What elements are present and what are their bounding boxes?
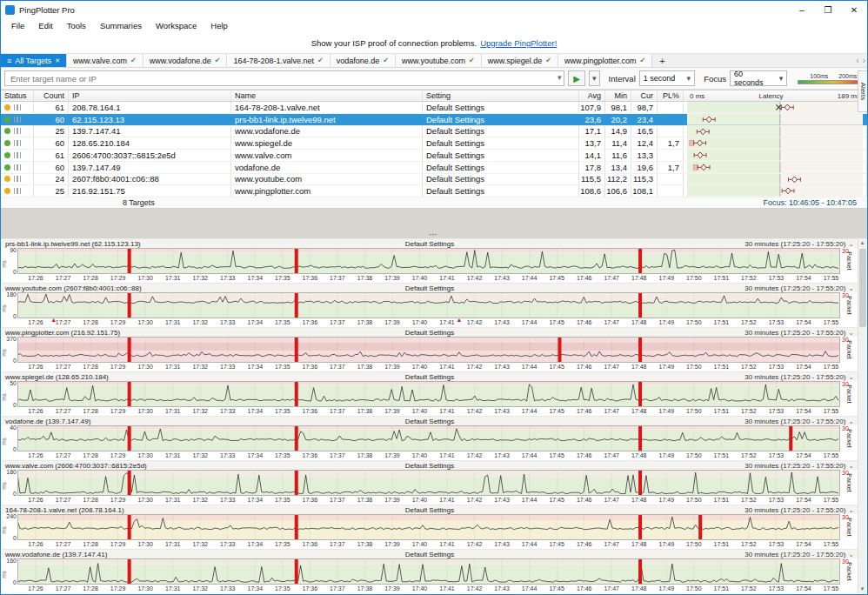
- table-row[interactable]: 25 216.92.151.75 www.pingplotter.com Def…: [1, 185, 867, 197]
- target-tab[interactable]: www.pingplotter.com ✔: [558, 54, 652, 67]
- timeline-graph-svg[interactable]: [17, 381, 840, 407]
- interval-select[interactable]: 1 second ▾: [639, 70, 695, 86]
- timeline-scrollbar[interactable]: ▲ ▼: [858, 238, 866, 593]
- chevron-down-icon[interactable]: ⌄: [848, 418, 854, 425]
- alerts-tab[interactable]: Alerts: [858, 70, 867, 112]
- x-axis: 17:2617:2717:2817:2917:3017:3117:3217:33…: [17, 585, 840, 593]
- target-tab[interactable]: 164-78-208-1.valve.net ✔: [227, 54, 330, 67]
- table-row[interactable]: 24 2607:f8b0:4001:c06::88 www.youtube.co…: [1, 174, 867, 186]
- chevron-down-icon[interactable]: ⌄: [848, 284, 854, 292]
- x-axis-label: 17:36: [303, 585, 318, 592]
- target-tab[interactable]: www.youtube.com ✔: [396, 54, 482, 67]
- tab-scroll-left-icon[interactable]: ‹: [856, 56, 858, 65]
- col-cur[interactable]: Cur: [631, 90, 658, 101]
- close-button[interactable]: ✕: [841, 1, 867, 18]
- timeline-graph-svg[interactable]: [17, 470, 840, 496]
- timeline-graph-svg[interactable]: [17, 425, 840, 451]
- scroll-down-icon[interactable]: ▼: [858, 585, 866, 593]
- panel-packet-axis: 30 Packet: [840, 558, 858, 585]
- x-axis-label: 17:43: [494, 497, 510, 503]
- menu-item[interactable]: Summaries: [93, 21, 149, 30]
- chevron-down-icon[interactable]: ⌄: [848, 373, 854, 381]
- target-tab[interactable]: vodafone.de ✔: [331, 54, 396, 67]
- tab-all-targets[interactable]: ≡ All Targets ✕: [1, 54, 67, 67]
- focus-select[interactable]: 60 seconds ▾: [730, 70, 787, 86]
- latency-minigraph: [684, 174, 867, 185]
- start-options-icon[interactable]: ▾: [589, 70, 600, 86]
- menu-item[interactable]: Edit: [31, 21, 59, 30]
- chevron-down-icon[interactable]: ⌄: [848, 240, 854, 248]
- table-row[interactable]: 61 2606:4700:3037::6815:2e5d www.valve.c…: [1, 150, 867, 162]
- menu-item[interactable]: Workspace: [149, 21, 204, 30]
- tab-close-icon[interactable]: ✕: [55, 57, 60, 64]
- timeline-graph-svg[interactable]: [17, 337, 840, 363]
- target-tab[interactable]: www.valve.com ✔: [67, 54, 144, 67]
- upgrade-link[interactable]: Upgrade PingPlotter!: [480, 38, 557, 48]
- target-tab[interactable]: www.spiegel.de ✔: [482, 54, 558, 67]
- x-axis-label: 17:49: [659, 541, 675, 547]
- add-tab-button[interactable]: +: [652, 54, 671, 67]
- timeline-graph-svg[interactable]: [17, 248, 840, 274]
- start-button[interactable]: ▶: [568, 70, 584, 86]
- chevron-down-icon[interactable]: ⌄: [848, 329, 854, 337]
- x-axis-label: 17:53: [769, 319, 785, 325]
- x-axis-label: 17:49: [659, 319, 675, 325]
- scroll-up-icon[interactable]: ▲: [858, 238, 866, 247]
- col-status[interactable]: Status: [1, 90, 34, 101]
- timeline-graph-svg[interactable]: [17, 292, 840, 318]
- table-row[interactable]: 61 208.78.164.1 164-78-208-1.valve.net D…: [1, 102, 867, 114]
- x-axis-label: 17:33: [220, 585, 236, 592]
- panel-plot[interactable]: [17, 292, 840, 318]
- col-min[interactable]: Min: [605, 90, 631, 101]
- panel-target-label: www.spiegel.de (128.65.210.184): [5, 373, 109, 381]
- panel-plot[interactable]: [17, 558, 840, 585]
- menu-item[interactable]: File: [4, 21, 31, 30]
- target-tab[interactable]: www.vodafone.de ✔: [144, 54, 228, 67]
- panel-plot[interactable]: [17, 470, 840, 496]
- col-count[interactable]: Count: [34, 90, 69, 101]
- maximize-button[interactable]: ❐: [815, 1, 841, 18]
- tab-scroll-right-icon[interactable]: ›: [863, 56, 865, 65]
- panel-plot[interactable]: [17, 381, 840, 407]
- cur-cell: 12,4: [631, 137, 658, 149]
- col-pl[interactable]: PL%: [658, 90, 684, 101]
- target-input[interactable]: [4, 70, 564, 86]
- panel-plot[interactable]: [17, 248, 840, 274]
- col-ip[interactable]: IP: [69, 90, 231, 101]
- x-axis-label: 17:51: [714, 319, 730, 325]
- menu-item[interactable]: Help: [204, 21, 235, 30]
- panel-plot[interactable]: [17, 337, 840, 363]
- pingplotter-window: PingPlotter Pro – ❐ ✕ FileEditToolsSumma…: [0, 0, 868, 595]
- pl-cell: [658, 102, 684, 113]
- table-row[interactable]: 60 128.65.210.184 www.spiegel.de Default…: [1, 137, 867, 150]
- name-cell: vodafone.de: [231, 162, 423, 173]
- latency-min-label: 0 ms: [690, 92, 704, 100]
- latency-minigraph-svg: [687, 162, 863, 173]
- table-row[interactable]: 60 139.7.147.49 vodafone.de Default Sett…: [1, 162, 867, 174]
- timeline-panel: prs-bb1-link.ip.twelve99.net (62.115.123…: [2, 238, 858, 283]
- timeline-graph-svg[interactable]: [17, 514, 840, 540]
- panel-header: prs-bb1-link.ip.twelve99.net (62.115.123…: [2, 239, 858, 248]
- col-name[interactable]: Name: [231, 90, 423, 101]
- panel-plot[interactable]: [17, 514, 840, 540]
- x-axis-label: 17:46: [577, 585, 592, 592]
- latency-minigraph-svg: [687, 126, 863, 137]
- y-axis-unit: ms: [1, 393, 7, 401]
- x-axis-label: 17:48: [631, 452, 647, 458]
- col-setting[interactable]: Setting: [423, 90, 579, 101]
- col-avg[interactable]: Avg: [579, 90, 605, 101]
- chevron-down-icon[interactable]: ⌄: [848, 462, 854, 470]
- table-row[interactable]: 60 62.115.123.13 prs-bb1-link.ip.twelve9…: [1, 114, 867, 126]
- timeline-graph-svg[interactable]: [17, 558, 840, 585]
- minimize-button[interactable]: –: [789, 1, 815, 18]
- x-axis-label: 17:27: [56, 497, 71, 503]
- menu-item[interactable]: Tools: [60, 21, 93, 30]
- y-axis-max: 240: [6, 513, 17, 519]
- chevron-down-icon[interactable]: ⌄: [848, 551, 854, 558]
- target-dropdown-icon[interactable]: ▾: [558, 73, 562, 82]
- latency-minigraph-svg: [687, 114, 863, 125]
- panel-plot[interactable]: [17, 425, 840, 451]
- chevron-down-icon[interactable]: ⌄: [848, 506, 854, 514]
- scrollbar-thumb[interactable]: [859, 249, 866, 327]
- table-row[interactable]: 25 139.7.147.41 www.vodafone.de Default …: [1, 126, 867, 138]
